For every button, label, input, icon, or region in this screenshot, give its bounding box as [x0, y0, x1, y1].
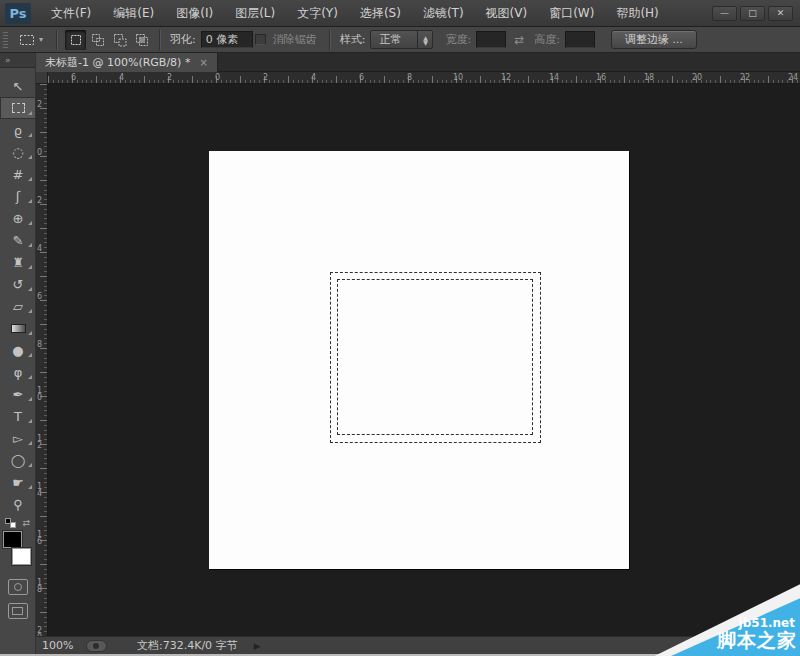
- ruler-corner[interactable]: [36, 72, 48, 84]
- menu-item-layer[interactable]: 图层(L): [224, 0, 286, 27]
- rectangular-marquee-tool[interactable]: [0, 97, 36, 119]
- status-flyout-icon[interactable]: ▶: [254, 641, 261, 651]
- window-controls: —□✕: [712, 6, 800, 21]
- lasso-tool-icon: ϱ: [14, 124, 22, 137]
- close-button[interactable]: ✕: [768, 6, 793, 21]
- default-colors-icon[interactable]: [5, 518, 16, 528]
- dodge-tool[interactable]: φ: [0, 361, 36, 383]
- style-dropdown-value: 正常: [371, 32, 417, 47]
- document-size-info: 文档:732.4K/0 字节: [137, 638, 238, 653]
- separator: [159, 30, 161, 50]
- clone-stamp-tool-icon: ♜: [12, 256, 24, 269]
- menu-item-view[interactable]: 视图(V): [475, 0, 539, 27]
- ruler-tick-label: 6: [37, 293, 45, 300]
- ruler-tick-label: 4: [37, 245, 45, 252]
- panel-collapse-header[interactable]: »: [0, 53, 35, 68]
- shape-tool-icon: ◯: [11, 454, 26, 467]
- vertical-ruler[interactable]: 202468101214161820: [36, 84, 48, 636]
- zoom-tool[interactable]: ⚲: [0, 493, 36, 515]
- feather-input[interactable]: [201, 31, 253, 48]
- maximize-button[interactable]: □: [740, 6, 765, 21]
- shape-tool[interactable]: ◯: [0, 449, 36, 471]
- ruler-tick-label: 2: [263, 73, 268, 82]
- brush-tool[interactable]: ✎: [0, 229, 36, 251]
- pen-tool-icon: ✒: [13, 388, 24, 401]
- menu-item-window[interactable]: 窗口(W): [538, 0, 605, 27]
- path-selection-tool[interactable]: ▻: [0, 427, 36, 449]
- width-input[interactable]: [476, 31, 506, 48]
- intersect-selection-button[interactable]: [131, 30, 152, 50]
- crop-tool[interactable]: #: [0, 163, 36, 185]
- gradient-icon: [11, 324, 26, 333]
- ruler-tick-label: 2: [37, 197, 45, 204]
- swap-colors-icon[interactable]: ⇄: [22, 518, 30, 528]
- tool-palette: » ↖ϱ◌#ʃ⊕✎♜↺▱●φ✒T▻◯☛⚲ ⇄: [0, 53, 36, 654]
- document-canvas[interactable]: [209, 151, 629, 569]
- feather-label: 羽化:: [170, 32, 196, 47]
- subtract-from-selection-button[interactable]: [109, 30, 130, 50]
- menu-item-select[interactable]: 选择(S): [349, 0, 412, 27]
- quick-selection-tool[interactable]: ◌: [0, 141, 36, 163]
- marquee-preset-icon: [19, 34, 35, 46]
- adobe-drive-icon[interactable]: [86, 640, 107, 652]
- menu-item-image[interactable]: 图像(I): [165, 0, 224, 27]
- ruler-tick-label: 10: [37, 387, 45, 401]
- hand-tool[interactable]: ☛: [0, 471, 36, 493]
- menu-item-edit[interactable]: 编辑(E): [102, 0, 165, 27]
- path-selection-tool-icon: ▻: [13, 432, 23, 445]
- menu-item-filter[interactable]: 滤镜(T): [412, 0, 475, 27]
- new-selection-button[interactable]: [65, 30, 86, 50]
- type-tool[interactable]: T: [0, 405, 36, 427]
- antialias-checkbox[interactable]: [255, 34, 266, 45]
- zoom-level-field[interactable]: 100%: [42, 639, 86, 652]
- ruler-tick-label: 16: [37, 531, 45, 545]
- style-dropdown[interactable]: 正常 ▲▼: [370, 30, 433, 49]
- minimize-button[interactable]: —: [712, 6, 737, 21]
- menu-item-help[interactable]: 帮助(H): [605, 0, 669, 27]
- blur-tool[interactable]: ●: [0, 339, 36, 361]
- clone-stamp-tool[interactable]: ♜: [0, 251, 36, 273]
- options-bar-grip[interactable]: [3, 32, 8, 48]
- gradient-tool[interactable]: [0, 317, 36, 339]
- ruler-tick-label: 6: [359, 73, 364, 82]
- ruler-major-ticks: [48, 76, 800, 83]
- menu-item-file[interactable]: 文件(F): [40, 0, 102, 27]
- document-tab-bar: 未标题-1 @ 100%(RGB/8) * ×: [36, 53, 800, 72]
- tool-preset-button[interactable]: ▾: [13, 31, 49, 49]
- eraser-tool[interactable]: ▱: [0, 295, 36, 317]
- pen-tool[interactable]: ✒: [0, 383, 36, 405]
- ruler-tick-label: 0: [215, 73, 220, 82]
- selection-mode-group: [65, 30, 152, 50]
- swap-dimensions-icon[interactable]: ⇄: [514, 33, 524, 47]
- eyedropper-tool[interactable]: ʃ: [0, 185, 36, 207]
- lasso-tool[interactable]: ϱ: [0, 119, 36, 141]
- stepper-arrows-icon[interactable]: ▲▼: [417, 31, 432, 48]
- selection-marquee-inner: [337, 279, 533, 435]
- ruler-tick-label: 20: [692, 73, 702, 82]
- document-tab[interactable]: 未标题-1 @ 100%(RGB/8) * ×: [36, 53, 218, 72]
- add-to-selection-button[interactable]: [87, 30, 108, 50]
- background-color-swatch[interactable]: [12, 548, 31, 565]
- ruler-tick-label: 0: [37, 149, 45, 156]
- move-tool[interactable]: ↖: [0, 75, 36, 97]
- screen-mode-button[interactable]: [8, 603, 28, 619]
- move-tool-icon: ↖: [13, 80, 24, 93]
- height-input[interactable]: [565, 31, 595, 48]
- ruler-tick-label: 20: [37, 627, 45, 636]
- quick-mask-button[interactable]: [8, 579, 28, 595]
- horizontal-ruler[interactable]: 642024681012141618202224: [48, 72, 800, 84]
- default-swap-colors-row: ⇄: [0, 517, 35, 529]
- history-brush-tool[interactable]: ↺: [0, 273, 36, 295]
- canvas-area[interactable]: [48, 84, 800, 636]
- chevron-down-icon: ▾: [39, 35, 43, 44]
- healing-brush-tool[interactable]: ⊕: [0, 207, 36, 229]
- ruler-tick-label: 18: [37, 579, 45, 593]
- quick-selection-tool-icon: ◌: [12, 146, 23, 159]
- photoshop-logo: Ps: [5, 3, 31, 24]
- tab-close-icon[interactable]: ×: [199, 54, 207, 72]
- eraser-tool-icon: ▱: [13, 300, 23, 313]
- ruler-tick-label: 4: [311, 73, 316, 82]
- menu-item-type[interactable]: 文字(Y): [286, 0, 349, 27]
- foreground-color-swatch[interactable]: [3, 531, 22, 548]
- refine-edge-button[interactable]: 调整边缘 …: [611, 30, 697, 49]
